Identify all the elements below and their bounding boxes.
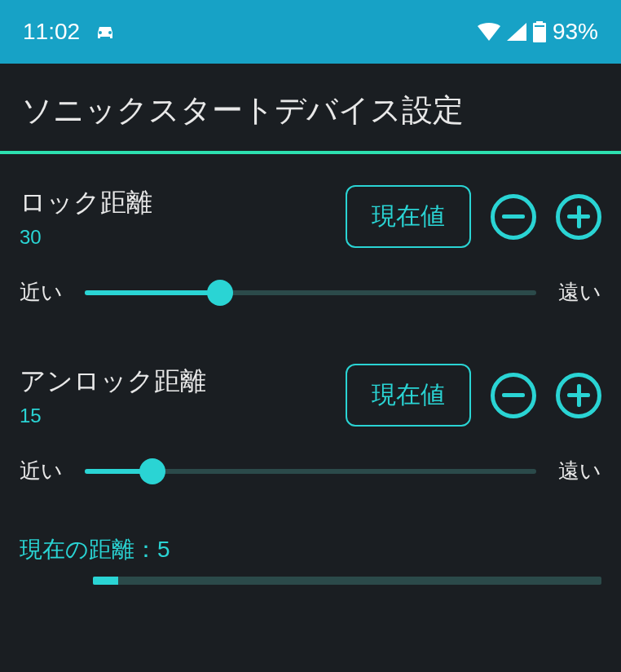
page-title: ソニックスタートデバイス設定	[0, 64, 621, 151]
lock-header: ロック距離 30 現在値	[20, 185, 601, 249]
status-left: 11:02	[23, 19, 116, 45]
car-icon	[95, 23, 116, 41]
unlock-label: アンロック距離	[20, 364, 206, 400]
current-distance-bar	[93, 577, 601, 585]
lock-controls: 現在値	[346, 185, 601, 248]
unlock-near-label: 近い	[20, 457, 68, 485]
battery-icon	[533, 21, 546, 42]
lock-slider-row: 近い 遠い	[20, 278, 601, 307]
lock-label: ロック距離	[20, 185, 152, 221]
lock-label-group: ロック距離 30	[20, 185, 152, 249]
status-bar: 11:02 93%	[0, 0, 621, 64]
battery-percent: 93%	[553, 19, 598, 45]
current-distance-section: 現在の距離：5	[0, 485, 621, 585]
status-right: 93%	[478, 19, 598, 45]
unlock-label-group: アンロック距離 15	[20, 364, 206, 427]
lock-section: ロック距離 30 現在値 近い 遠い	[0, 154, 621, 307]
unlock-slider[interactable]	[85, 458, 536, 484]
lock-near-label: 近い	[20, 278, 68, 307]
unlock-far-label: 遠い	[553, 457, 601, 485]
unlock-header: アンロック距離 15 現在値	[20, 364, 601, 427]
unlock-minus-button[interactable]	[491, 373, 536, 418]
unlock-current-button[interactable]: 現在値	[346, 364, 471, 427]
minus-icon	[502, 393, 525, 397]
lock-slider[interactable]	[85, 280, 536, 306]
lock-minus-button[interactable]	[491, 194, 536, 240]
unlock-controls: 現在値	[346, 364, 601, 427]
lock-value: 30	[20, 226, 152, 249]
lock-current-button[interactable]: 現在値	[346, 185, 471, 248]
unlock-section: アンロック距離 15 現在値 近い 遠い	[0, 307, 621, 485]
lock-plus-button[interactable]	[556, 194, 601, 240]
lock-far-label: 遠い	[553, 278, 601, 307]
signal-icon	[507, 23, 526, 41]
wifi-icon	[478, 23, 500, 41]
svg-rect-0	[535, 27, 544, 41]
lock-thumb[interactable]	[207, 280, 233, 306]
plus-icon-v	[577, 384, 581, 407]
unlock-value: 15	[20, 405, 206, 427]
unlock-thumb[interactable]	[139, 458, 165, 484]
minus-icon	[502, 214, 525, 219]
unlock-plus-button[interactable]	[556, 373, 601, 418]
plus-icon-v	[577, 206, 581, 228]
lock-track-fill	[85, 290, 220, 295]
unlock-slider-row: 近い 遠い	[20, 457, 601, 485]
current-distance-fill	[93, 577, 118, 585]
current-distance-label: 現在の距離：5	[20, 534, 601, 565]
status-time: 11:02	[23, 19, 80, 45]
